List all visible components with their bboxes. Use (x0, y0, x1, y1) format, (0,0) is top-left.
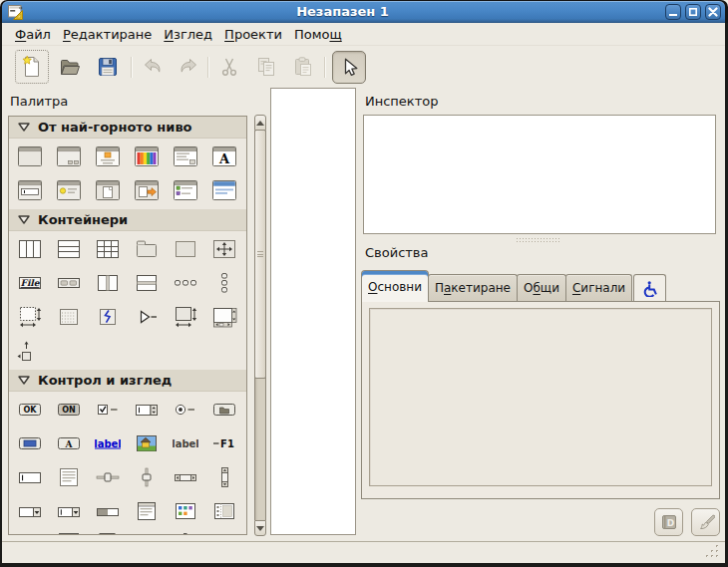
tab-packing[interactable]: Пакетиране (428, 274, 518, 301)
palette-item-window-page[interactable] (88, 177, 127, 203)
palette-item-vpaned[interactable] (127, 270, 166, 296)
palette-item-toolbar[interactable] (49, 270, 88, 296)
menu-edit[interactable]: Редактиране (57, 23, 158, 46)
redo-button[interactable] (172, 50, 205, 84)
palette-item-radio-button[interactable] (166, 397, 204, 423)
paned-resize-handle[interactable] (516, 237, 561, 242)
palette-item-input-dialog[interactable] (10, 177, 49, 203)
palette-item-color-button[interactable] (10, 430, 49, 456)
palette-item-hbox[interactable] (10, 236, 49, 262)
tab-general[interactable]: Основни (361, 270, 429, 302)
palette-item-button[interactable]: OK (10, 397, 49, 423)
scrollbar-thumb[interactable] (254, 130, 266, 379)
properties-page[interactable] (369, 308, 712, 486)
menu-projects[interactable]: Проекти (218, 23, 288, 46)
palette-item-aspect-frame[interactable] (10, 338, 49, 364)
palette-item-vbutton-box[interactable] (204, 270, 243, 296)
new-button[interactable] (15, 50, 49, 84)
palette-section-header[interactable]: Контрол и изглед (9, 370, 246, 392)
palette-item-font-button[interactable]: A (49, 430, 88, 456)
popup-window-icon (211, 178, 237, 202)
palette-item-font-selection-dialog[interactable]: A (204, 143, 243, 169)
undo-button[interactable] (136, 50, 170, 84)
palette-section-title: Контейнери (38, 212, 128, 227)
palette-item-dialog[interactable] (49, 143, 88, 169)
palette-item-frame[interactable] (127, 236, 166, 262)
palette-item-about-dialog[interactable] (88, 143, 127, 169)
restore-defaults-button[interactable] (691, 508, 720, 536)
tab-signals[interactable]: Сигнали (565, 274, 632, 301)
palette-item-popup-window[interactable] (204, 177, 243, 203)
menu-file[interactable]: Файл (9, 23, 57, 46)
palette-item-assistant[interactable] (127, 177, 166, 203)
properties-notebook (361, 301, 720, 499)
scrollbar-grip (257, 251, 263, 257)
palette-item-toggle-button[interactable]: ON (49, 397, 88, 423)
palette-item-check-button[interactable] (88, 397, 127, 423)
palette-item-file-chooser-dialog[interactable] (166, 143, 204, 169)
palette: От най-горното нивоAКонтейнериFileКонтро… (8, 116, 247, 535)
open-button[interactable] (53, 50, 87, 84)
minimize-button[interactable] (665, 4, 681, 20)
window-page-icon (95, 178, 121, 202)
layout-icon (17, 305, 43, 329)
selector-button[interactable] (332, 51, 366, 84)
save-button[interactable] (91, 50, 125, 84)
palette-item-table[interactable] (88, 236, 127, 262)
menu-view[interactable]: Изглед (158, 23, 218, 46)
palette-title: Палитра (10, 94, 68, 109)
assistant-icon (134, 178, 160, 202)
menu-help[interactable]: Помощ (288, 23, 348, 46)
paste-button[interactable] (286, 50, 320, 84)
palette-item-viewport[interactable] (49, 304, 88, 330)
inspector-view[interactable] (363, 115, 716, 234)
properties-tabs: ОсновниПакетиранеОбщиСигнали (361, 270, 665, 302)
titlebar[interactable]: Незапазен 1 (2, 1, 725, 23)
palette-item-file-chooser-button[interactable] (204, 397, 243, 423)
palette-item-hbutton-box[interactable] (166, 270, 204, 296)
palette-section-header[interactable]: Контейнери (9, 209, 246, 231)
svg-text:A: A (64, 439, 73, 449)
palette-item-spin-button[interactable] (127, 397, 166, 423)
palette-item-text-view[interactable] (49, 464, 88, 490)
palette-section-header[interactable]: От най-горното ниво (9, 117, 246, 139)
palette-item-color-selection-dialog[interactable] (127, 143, 166, 169)
palette-item-menubar[interactable]: File (10, 270, 49, 296)
palette-item-handle-box[interactable] (88, 304, 127, 330)
tab-accessibility[interactable] (633, 274, 666, 301)
maximize-button[interactable] (685, 4, 701, 20)
copy-button[interactable] (249, 50, 283, 84)
palette-item-message-dialog[interactable] (49, 177, 88, 203)
palette-item-accel-label[interactable]: F1 (204, 430, 243, 456)
documentation-button[interactable]: D (654, 508, 683, 536)
palette-item-image[interactable] (127, 430, 166, 456)
svg-text:ON: ON (62, 406, 76, 415)
palette-item-hpaned[interactable] (88, 270, 127, 296)
cut-button[interactable] (212, 50, 246, 84)
palette-item-label[interactable]: label (166, 430, 204, 456)
palette-item-hscrollbar[interactable] (166, 464, 204, 490)
workspace-canvas[interactable] (270, 88, 356, 535)
palette-item-entry[interactable] (10, 464, 49, 490)
palette-item-alignment[interactable] (166, 236, 204, 262)
palette-scrollbar[interactable] (254, 115, 266, 536)
fixed-icon (211, 237, 237, 261)
palette-item-expander[interactable] (127, 304, 166, 330)
palette-item-layout[interactable] (10, 304, 49, 330)
tab-common[interactable]: Общи (517, 274, 566, 301)
palette-item-recent-chooser-dialog[interactable] (166, 177, 204, 203)
palette-item-link-button[interactable]: label (88, 430, 127, 456)
palette-item-window[interactable] (10, 143, 49, 169)
resize-grip[interactable] (705, 544, 720, 559)
scroll-up-button[interactable] (254, 115, 266, 131)
palette-item-scrolled-window[interactable] (166, 304, 204, 330)
palette-item-hscale[interactable] (88, 464, 127, 490)
palette-item-vbox[interactable] (49, 236, 88, 262)
window-controls (665, 4, 721, 20)
palette-item-fixed[interactable] (204, 236, 243, 262)
edit-cut-icon (217, 55, 241, 79)
close-button[interactable] (705, 4, 721, 20)
palette-item-vscale[interactable] (127, 464, 166, 490)
palette-item-notebook[interactable] (204, 304, 243, 330)
palette-item-vscrollbar[interactable] (204, 464, 243, 490)
